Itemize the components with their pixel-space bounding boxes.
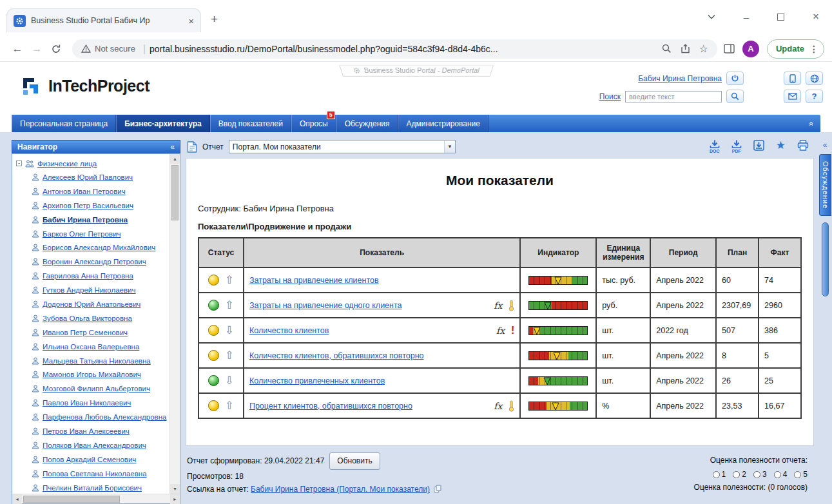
sidebar-person-item[interactable]: Петров Иван Алексеевич [16,424,169,438]
discussion-tab[interactable]: Обсуждение [819,154,831,216]
refresh-button[interactable]: Обновить [329,452,380,470]
indicator-link[interactable]: Количество клиентов, обратившихся повтор… [249,351,424,360]
rating-radio[interactable] [733,471,740,478]
search-button[interactable] [726,90,744,103]
export-pdf-button[interactable]: PDF [731,140,742,153]
sidebar-person-item[interactable]: Пчелкин Виталий Борисович [16,481,169,494]
indicator-link[interactable]: Процент клиентов, обратившихся повторно [249,402,412,411]
menu-collapse-icon[interactable]: « [803,115,820,132]
browser-menu-icon[interactable]: ⋮ [809,44,818,54]
tree-toggle-icon[interactable]: - [16,160,22,166]
person-link[interactable]: Поляков Иван Александрович [43,441,146,449]
person-link[interactable]: Алексеев Юрий Павлович [43,173,133,181]
scroll-down-icon[interactable]: ▼ [170,484,180,494]
person-link[interactable]: Барков Олег Петрович [43,230,121,238]
indicator-link[interactable]: Затраты на привлечение одного клиента [249,301,402,310]
sidebar-person-item[interactable]: Мальцева Татьяна Николаевна [16,354,169,368]
menu-item[interactable]: Обсуждения [336,115,398,132]
person-link[interactable]: Антонов Иван Петрович [43,188,126,195]
sidebar-person-item[interactable]: Мамонов Игорь Михайлович [16,367,169,382]
sidebar-person-item[interactable]: Барков Олег Петрович [16,227,169,241]
scroll-up-icon[interactable]: ▲ [170,154,180,164]
browser-tab[interactable]: Business Studio Portal Бабич Ир × [6,8,201,32]
sidebar-person-item[interactable]: Антонов Иван Петрович [16,184,169,199]
copy-link-icon[interactable] [434,485,441,493]
language-globe-button[interactable] [806,72,823,85]
rating-radio[interactable] [774,471,781,478]
navigator-collapse-icon[interactable]: « [170,142,175,151]
rating-radio[interactable] [753,471,760,478]
scrollbar-thumb[interactable] [23,496,120,503]
person-link[interactable]: Попов Аркадий Семенович [43,456,136,463]
share-icon[interactable] [681,44,690,53]
sidebar-person-item[interactable]: Борисов Александр Михайлович [16,240,169,255]
report-select[interactable]: Портал. Мои показатели ▼ [229,140,456,153]
sidebar-person-item[interactable]: Алексеев Юрий Павлович [16,170,169,184]
indicator-link[interactable]: Затраты на привлечение клиентов [249,276,379,285]
search-link[interactable]: Поиск [599,92,621,101]
logo[interactable]: InTechProject [17,73,150,99]
tab-search-icon[interactable] [708,14,715,19]
scroll-right-icon[interactable]: ► [170,494,180,504]
maximize-button[interactable] [777,12,784,23]
tab-close-icon[interactable]: × [188,15,194,26]
close-button[interactable]: × [813,10,819,23]
new-tab-button[interactable]: + [211,12,218,26]
logout-button[interactable] [726,72,744,85]
person-link[interactable]: Гутков Андрей Николаевич [43,286,136,294]
sidebar-person-item[interactable]: Бабич Ирина Петровна [16,213,169,227]
sidebar-person-item[interactable]: Парфенова Любовь Александровна [16,410,169,424]
sidebar-person-item[interactable]: Архипов Петр Васильевич [16,199,169,213]
sidebar-person-item[interactable]: Додонов Юрий Анатольевич [16,297,169,311]
zoom-icon[interactable] [662,44,672,53]
back-button[interactable]: ← [8,43,27,55]
person-link[interactable]: Петров Иван Алексеевич [43,427,130,435]
menu-item[interactable]: Ввод показателей [210,115,291,132]
sidebar-person-item[interactable]: Попов Аркадий Семенович [16,452,169,467]
sidebar-vertical-scrollbar[interactable]: ▲ ▼ [169,154,180,494]
search-input[interactable] [625,91,722,102]
print-button[interactable] [797,140,809,151]
sidebar-person-item[interactable]: Гаврилова Анна Петровна [16,269,169,283]
sidebar-person-item[interactable]: Поляков Иван Александрович [16,438,169,452]
person-link[interactable]: Парфенова Любовь Александровна [43,413,166,421]
person-link[interactable]: Пчелкин Виталий Борисович [43,484,142,492]
bookmark-star-icon[interactable]: ☆ [699,43,708,55]
current-user-link[interactable]: Бабич Ирина Петровна [638,74,722,83]
profile-avatar[interactable]: A [742,41,759,57]
sidebar-person-item[interactable]: Павлов Иван Николаевич [16,396,169,410]
person-link[interactable]: Ильина Оксана Валерьевна [43,343,139,351]
tree-root-link[interactable]: Физические лица [37,160,97,168]
sidebar-person-item[interactable]: Мозговой Филипп Альбертович [16,382,169,396]
sidebar-person-item[interactable]: Воронин Александр Петрович [16,255,169,269]
menu-item[interactable]: Администрирование [398,115,488,132]
menu-item[interactable]: Бизнес-архитектура [116,115,210,132]
scroll-left-icon[interactable]: ◄ [12,494,22,504]
person-link[interactable]: Павлов Иван Николаевич [43,399,131,407]
select-dropdown-icon[interactable]: ▼ [444,141,455,153]
person-link[interactable]: Зубова Ольга Викторовна [43,315,132,322]
sidebar-person-item[interactable]: Иванов Петр Семенович [16,325,169,340]
menu-item[interactable]: Персональная страница [12,115,116,132]
person-link[interactable]: Борисов Александр Михайлович [43,244,155,251]
omnibox[interactable]: Not secure | portal.businessstudio.ru/De… [72,39,717,59]
mobile-version-button[interactable] [784,72,801,85]
person-link[interactable]: Гаврилова Анна Петровна [43,272,133,280]
person-link[interactable]: Архипов Петр Васильевич [43,202,133,209]
person-link[interactable]: Мальцева Татьяна Николаевна [43,357,151,365]
sidebar-person-item[interactable]: Гутков Андрей Николаевич [16,283,169,297]
report-link[interactable]: Бабич Ирина Петровна (Портал. Мои показа… [251,485,430,494]
side-panel-icon[interactable] [724,44,735,53]
minimize-button[interactable]: – [744,12,749,23]
page-scrollbar-thumb[interactable] [822,222,829,296]
rating-radio[interactable] [794,471,801,478]
person-link[interactable]: Додонов Юрий Анатольевич [43,300,140,308]
sidebar-person-item[interactable]: Попова Светлана Николаевна [16,467,169,481]
indicator-link[interactable]: Количество клиентов [249,326,329,335]
sidebar-person-item[interactable]: Ильина Оксана Валерьевна [16,340,169,354]
messages-button[interactable] [784,90,801,103]
not-secure-icon[interactable] [81,44,91,53]
tree-root-item[interactable]: - Физические лица [16,157,169,170]
person-link[interactable]: Иванов Петр Семенович [43,329,128,336]
person-link[interactable]: Попова Светлана Николаевна [43,470,147,478]
